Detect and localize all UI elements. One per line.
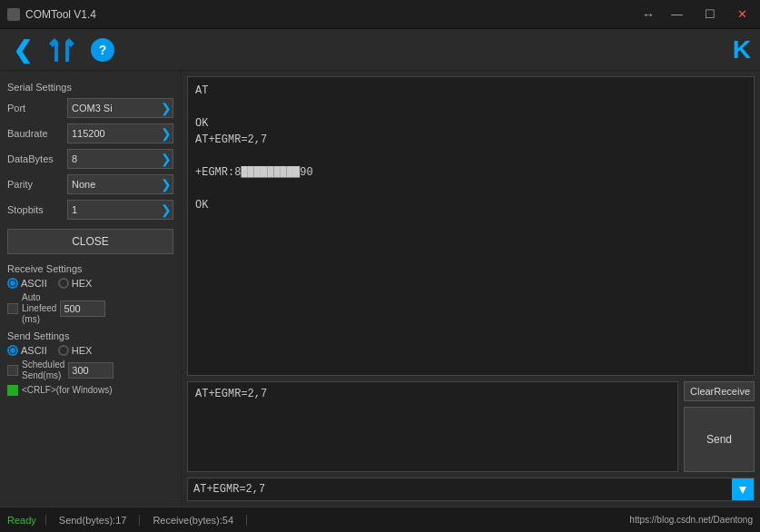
receive-line: +EGMR:8█████████90 (195, 164, 746, 181)
clear-receive-button[interactable]: ClearReceive (684, 381, 755, 401)
parity-label: Parity (7, 179, 64, 190)
receive-hex-label: HEX (72, 278, 93, 289)
auto-linefeed-input[interactable] (60, 300, 105, 317)
baudrate-row: Baudrate 115200 ❯ (7, 123, 173, 143)
send-buttons: ClearReceive Send (684, 381, 755, 472)
auto-linefeed-label: Auto Linefeed (ms) (22, 292, 56, 325)
receive-ascii-option[interactable]: ASCII (7, 278, 47, 289)
command-input[interactable] (188, 481, 732, 498)
receive-ascii-label: ASCII (21, 278, 47, 289)
parity-select-wrapper: None ❯ (67, 174, 173, 194)
port-row: Port COM3 Si ❯ (7, 98, 173, 118)
send-hex-option[interactable]: HEX (58, 345, 93, 356)
main-content: Serial Settings Port COM3 Si ❯ Baudrate … (0, 71, 760, 507)
shirt-icon (49, 38, 74, 62)
expand-icon: ↔ (642, 7, 655, 22)
stopbits-label: Stopbits (7, 204, 64, 215)
receive-ascii-radio[interactable] (7, 278, 18, 289)
title-bar: COMTool V1.4 ↔ — ☐ ✕ (0, 0, 760, 29)
close-window-button[interactable]: ✕ (732, 6, 753, 22)
send-area-container: AT+EGMR=2,7 ClearReceive Send (187, 381, 755, 472)
help-button[interactable]: ? (87, 34, 118, 65)
help-icon: ? (91, 38, 114, 62)
auto-linefeed-row: Auto Linefeed (ms) (7, 292, 173, 325)
svg-marker-0 (49, 38, 74, 62)
send-ascii-option[interactable]: ASCII (7, 345, 47, 356)
port-select-wrapper: COM3 Si ❯ (67, 98, 173, 118)
baudrate-select[interactable]: 115200 (67, 123, 173, 143)
serial-settings-title: Serial Settings (7, 82, 173, 93)
scheduled-send-checkbox[interactable] (7, 365, 18, 376)
receive-hex-option[interactable]: HEX (58, 278, 93, 289)
stopbits-select[interactable]: 1 (67, 200, 173, 220)
send-ascii-radio[interactable] (7, 345, 18, 356)
stopbits-row: Stopbits 1 ❯ (7, 200, 173, 220)
receive-line: AT (195, 83, 746, 99)
receive-line: OK (195, 197, 746, 213)
status-ready: Ready (7, 515, 46, 526)
receive-line: AT+EGMR=2,7 (195, 132, 746, 148)
status-receive-bytes: Receive(bytes):54 (140, 515, 247, 526)
parity-select[interactable]: None (67, 174, 173, 194)
maximize-button[interactable]: ☐ (699, 6, 721, 22)
port-label: Port (7, 103, 64, 113)
crlf-checkbox[interactable] (7, 385, 18, 396)
toolbar: ❮ ? K (0, 29, 760, 71)
input-bar-dropdown[interactable]: ▼ (732, 478, 754, 500)
title-bar-left: COMTool V1.4 (7, 8, 96, 21)
stopbits-select-wrapper: 1 ❯ (67, 200, 173, 220)
status-url: https://blog.csdn.net/Daentong (629, 515, 753, 525)
parity-row: Parity None ❯ (7, 174, 173, 194)
receive-encoding-row: ASCII HEX (7, 278, 173, 289)
receive-hex-radio[interactable] (58, 278, 69, 289)
status-bar: Ready Send(bytes):17 Receive(bytes):54 h… (0, 507, 760, 532)
crlf-row: <CRLF>(for Windows) (7, 385, 173, 396)
send-settings-title: Send Settings (7, 330, 173, 341)
right-panel: ATOKAT+EGMR=2,7+EGMR:8█████████90OK AT+E… (182, 71, 760, 507)
send-ascii-label: ASCII (21, 345, 47, 356)
toolbar-right-icon: K (733, 35, 751, 64)
auto-linefeed-checkbox[interactable] (7, 303, 18, 314)
databytes-label: DataBytes (7, 153, 64, 164)
send-textarea[interactable]: AT+EGMR=2,7 (187, 381, 678, 472)
close-serial-button[interactable]: CLOSE (7, 229, 173, 254)
left-panel: Serial Settings Port COM3 Si ❯ Baudrate … (0, 71, 182, 507)
scheduled-send-label: Scheduled Send(ms) (22, 360, 64, 381)
scheduled-send-row: Scheduled Send(ms) (7, 360, 173, 381)
input-bar: ▼ (187, 478, 755, 501)
receive-area: ATOKAT+EGMR=2,7+EGMR:8█████████90OK (187, 76, 755, 376)
receive-line: OK (195, 115, 746, 132)
baudrate-select-wrapper: 115200 ❯ (67, 123, 173, 143)
receive-settings-title: Receive Settings (7, 263, 173, 274)
databytes-row: DataBytes 8 ❯ (7, 149, 173, 169)
back-button[interactable]: ❮ (9, 34, 36, 65)
databytes-select[interactable]: 8 (67, 149, 173, 169)
crlf-label: <CRLF>(for Windows) (22, 385, 112, 396)
send-encoding-row: ASCII HEX (7, 345, 173, 356)
port-select[interactable]: COM3 Si (67, 98, 173, 118)
minimize-button[interactable]: — (666, 6, 688, 22)
send-hex-label: HEX (72, 345, 93, 356)
title-bar-title: COMTool V1.4 (25, 8, 96, 21)
send-button[interactable]: Send (684, 407, 755, 472)
databytes-select-wrapper: 8 ❯ (67, 149, 173, 169)
shirt-button[interactable] (45, 34, 78, 65)
app-icon (7, 8, 20, 21)
back-icon: ❮ (13, 38, 33, 62)
title-bar-controls: ↔ — ☐ ✕ (642, 6, 753, 22)
scheduled-send-input[interactable] (68, 362, 114, 379)
dropdown-arrow-icon: ▼ (736, 482, 749, 497)
status-send-bytes: Send(bytes):17 (46, 515, 141, 526)
baudrate-label: Baudrate (7, 128, 64, 139)
send-hex-radio[interactable] (58, 345, 69, 356)
